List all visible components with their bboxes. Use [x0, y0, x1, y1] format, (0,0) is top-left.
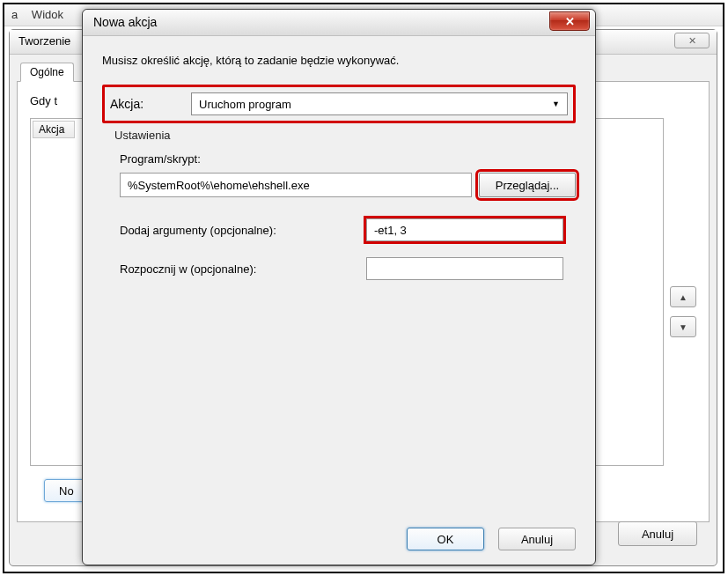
program-script-input[interactable]	[120, 173, 472, 197]
new-action-dialog: Nowa akcja ✕ Musisz określić akcję, któr…	[82, 9, 596, 565]
arguments-input[interactable]	[366, 218, 563, 241]
move-up-button[interactable]: ▲	[670, 286, 696, 307]
cancel-button[interactable]: Anuluj	[498, 528, 576, 550]
close-icon: ✕	[688, 35, 696, 47]
column-header-action[interactable]: Akcja	[33, 121, 75, 138]
window-title: Tworzenie	[18, 34, 70, 48]
action-label: Akcja:	[110, 97, 191, 111]
action-combobox-value: Uruchom program	[199, 98, 291, 111]
chevron-down-icon: ▼	[552, 100, 560, 108]
close-icon: ✕	[565, 15, 575, 28]
browse-button[interactable]: Przeglądaj...	[479, 173, 576, 197]
startin-input[interactable]	[366, 257, 563, 280]
tab-general[interactable]: Ogólne	[20, 63, 74, 82]
cancel-button-bg[interactable]: Anuluj	[618, 521, 697, 546]
startin-label: Rozpocznij w (opcjonalne):	[120, 262, 366, 276]
settings-group-label: Ustawienia	[114, 129, 576, 142]
triangle-up-icon: ▲	[679, 292, 688, 302]
dialog-description: Musisz określić akcję, którą to zadanie …	[102, 54, 576, 67]
arguments-label: Dodaj argumenty (opcjonalne):	[120, 224, 366, 237]
triangle-down-icon: ▼	[679, 322, 688, 332]
menu-item-view[interactable]: Widok	[32, 8, 63, 21]
action-row-highlight: Akcja: Uruchom program ▼	[102, 85, 576, 123]
ok-button[interactable]: OK	[407, 528, 484, 550]
dialog-titlebar: Nowa akcja ✕	[83, 10, 595, 36]
dialog-title: Nowa akcja	[93, 15, 157, 29]
dialog-close-button[interactable]: ✕	[549, 11, 590, 31]
close-button[interactable]: ✕	[674, 33, 710, 48]
program-script-label: Program/skrypt:	[120, 152, 576, 166]
action-combobox[interactable]: Uruchom program ▼	[191, 92, 568, 115]
move-down-button[interactable]: ▼	[670, 316, 696, 337]
menu-item[interactable]: a	[11, 8, 18, 21]
